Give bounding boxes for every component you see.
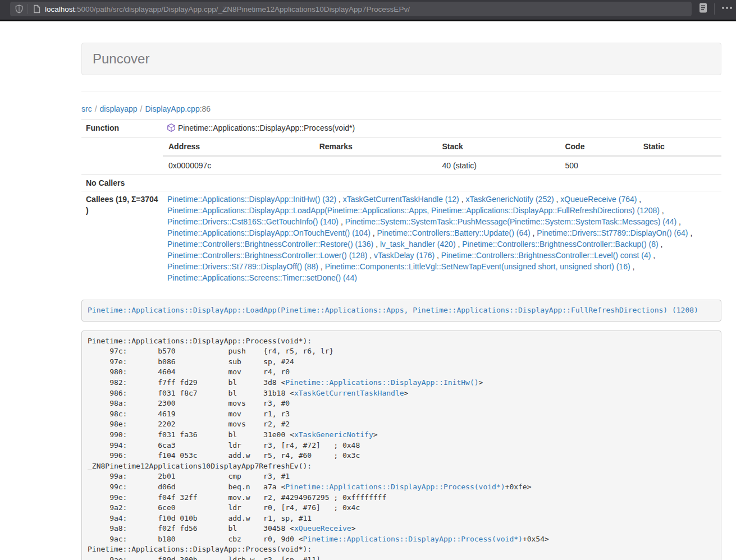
url-path: :5000/path/src/displayapp/DisplayApp.cpp… <box>75 5 410 13</box>
function-table: Function Pinetime::Applications::Display… <box>81 120 721 286</box>
page-icon <box>33 4 41 13</box>
url-text[interactable]: localhost:5000/path/src/displayapp/Displ… <box>45 5 410 13</box>
shield-icon[interactable] <box>15 4 24 13</box>
disassembly-box: Pinetime::Applications::DisplayApp::Proc… <box>81 331 721 560</box>
symbol-link[interactable]: xQueueReceive <box>294 524 351 533</box>
callee-link[interactable]: Pinetime::System::SystemTask::PushMessag… <box>345 217 677 226</box>
stats-row-wrapper: AddressRemarksStackCodeStatic 0x0000097c… <box>81 137 721 175</box>
section-divider <box>81 91 721 91</box>
stats-col-header: Address <box>163 137 314 156</box>
function-name-cell: Pinetime::Applications::DisplayApp::Proc… <box>163 120 721 137</box>
url-bar[interactable]: localhost:5000/path/src/displayapp/Displ… <box>10 2 692 16</box>
brand-link[interactable]: Puncover <box>93 51 149 66</box>
function-label: Function <box>81 120 163 137</box>
callee-link[interactable]: lv_task_handler (420) <box>380 240 456 249</box>
stats-col-header: Stack <box>437 137 560 156</box>
reader-mode-icon[interactable] <box>698 2 708 16</box>
callees-label: Callees (19, Σ=3704 ) <box>81 191 163 286</box>
brand-banner: Puncover <box>81 43 721 75</box>
stats-col-header: Code <box>559 137 637 156</box>
callees-row: Callees (19, Σ=3704 ) Pinetime::Applicat… <box>81 191 721 286</box>
stats-cell: 40 (static) <box>437 156 560 175</box>
stats-col-header: Remarks <box>314 137 437 156</box>
page-content: Puncover src/displayapp/DisplayApp.cpp:8… <box>81 43 721 560</box>
toolbar-divider <box>714 3 715 15</box>
stats-table: AddressRemarksStackCodeStatic 0x0000097c… <box>163 137 721 175</box>
callee-link[interactable]: Pinetime::Controllers::BrightnessControl… <box>167 240 373 249</box>
breadcrumb: src/displayapp/DisplayApp.cpp:86 <box>81 103 721 114</box>
stats-value-row: 0x0000097c40 (static)500 <box>163 156 721 175</box>
breadcrumb-file[interactable]: DisplayApp.cpp <box>145 104 199 113</box>
callees-list: Pinetime::Applications::DisplayApp::Init… <box>163 191 721 286</box>
breadcrumb-separator: / <box>138 104 145 113</box>
stats-header-row: AddressRemarksStackCodeStatic <box>163 137 721 156</box>
breadcrumb-separator: / <box>92 104 100 113</box>
callee-link[interactable]: Pinetime::Applications::DisplayApp::Init… <box>167 195 336 204</box>
callee-link[interactable]: Pinetime::Controllers::BrightnessControl… <box>462 240 658 249</box>
callee-link[interactable]: xTaskGenericNotify (252) <box>465 195 554 204</box>
stats-cell <box>314 156 437 175</box>
symbol-link[interactable]: Pinetime::Applications::DisplayApp::Proc… <box>285 483 505 491</box>
function-row: Function Pinetime::Applications::Display… <box>81 120 721 137</box>
symbol-link[interactable]: xTaskGenericNotify <box>294 430 373 439</box>
callee-link[interactable]: Pinetime::Applications::DisplayApp::OnTo… <box>167 228 371 237</box>
stats-cell: 0x0000097c <box>163 156 314 175</box>
browser-toolbar: localhost:5000/path/src/displayapp/Displ… <box>0 0 736 21</box>
breadcrumb-line-number: :86 <box>200 104 211 113</box>
callee-link[interactable]: Pinetime::Components::LittleVgl::SetNewT… <box>325 262 630 271</box>
callee-link[interactable]: vTaskDelay (176) <box>374 251 435 260</box>
callee-link[interactable]: xTaskGetCurrentTaskHandle (12) <box>343 195 459 204</box>
callee-link[interactable]: Pinetime::Applications::Screens::Timer::… <box>167 273 357 282</box>
url-host: localhost <box>45 5 75 13</box>
stats-cell <box>638 156 721 175</box>
callee-link[interactable]: Pinetime::Drivers::St7789::DisplayOff() … <box>167 262 318 271</box>
callee-link[interactable]: Pinetime::Drivers::Cst816S::GetTouchInfo… <box>167 217 339 226</box>
breadcrumb-src[interactable]: src <box>81 104 92 113</box>
symbol-link[interactable]: Pinetime::Applications::DisplayApp::Init… <box>285 378 478 387</box>
urlbar-divider <box>28 4 28 14</box>
symbol-link[interactable]: xTaskGetCurrentTaskHandle <box>294 389 404 397</box>
callee-link[interactable]: Pinetime::Applications::DisplayApp::Load… <box>167 206 660 215</box>
snippet-box: Pinetime::Applications::DisplayApp::Load… <box>81 300 721 322</box>
stats-left-spacer <box>81 137 163 175</box>
stats-cell-wrapper: AddressRemarksStackCodeStatic 0x0000097c… <box>163 137 721 175</box>
no-callers-label: No Callers <box>81 175 163 191</box>
callee-link[interactable]: xQueueReceive (764) <box>560 195 637 204</box>
snippet-link[interactable]: Pinetime::Applications::DisplayApp::Load… <box>88 306 698 314</box>
callee-link[interactable]: Pinetime::Controllers::BrightnessControl… <box>167 251 367 260</box>
callers-cell <box>163 175 721 191</box>
callee-link[interactable]: Pinetime::Controllers::Battery::Update()… <box>377 228 531 237</box>
cube-icon <box>167 123 175 135</box>
callee-link[interactable]: Pinetime::Controllers::BrightnessControl… <box>441 251 651 260</box>
stats-col-header: Static <box>638 137 721 156</box>
function-name: Pinetime::Applications::DisplayApp::Proc… <box>178 123 355 132</box>
breadcrumb-displayapp[interactable]: displayapp <box>100 104 138 113</box>
callee-link[interactable]: Pinetime::Drivers::St7789::DisplayOn() (… <box>537 228 688 237</box>
stats-cell: 500 <box>559 156 637 175</box>
symbol-link[interactable]: Pinetime::Applications::DisplayApp::Proc… <box>303 535 523 543</box>
overflow-menu-icon[interactable] <box>721 2 733 16</box>
callers-row: No Callers <box>81 175 721 191</box>
